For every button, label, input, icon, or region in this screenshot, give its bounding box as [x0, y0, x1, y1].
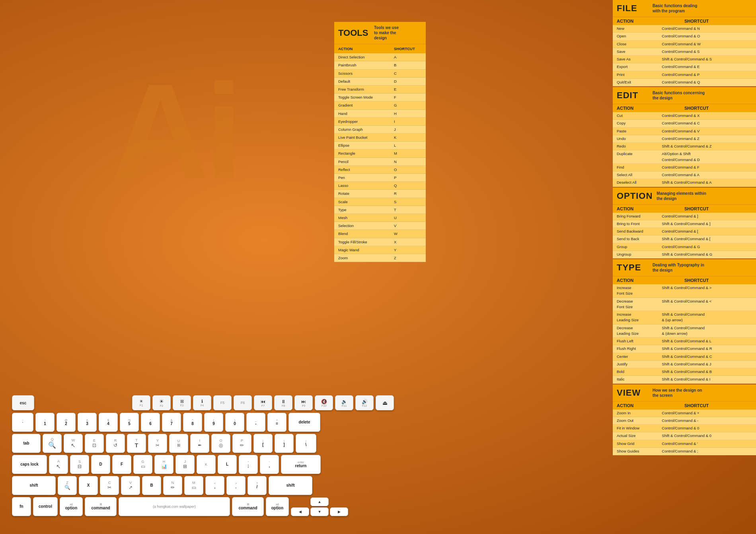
key-alt-r[interactable]: alt option [266, 497, 289, 516]
table-row: Undo Control/Command & Z [613, 135, 756, 143]
key-0[interactable]: ) 0 [225, 413, 244, 432]
key-8[interactable]: * 8 [183, 413, 202, 432]
key-j[interactable]: J ⊞ [175, 455, 195, 474]
key-arrow-left[interactable]: ◀ [291, 507, 309, 516]
key-n[interactable]: N ✏ [163, 476, 182, 495]
key-k[interactable]: K [197, 455, 216, 474]
cell-shortcut: Shift & Control/Command & G [662, 252, 752, 257]
key-f6[interactable]: F6 [234, 395, 252, 410]
key-f2[interactable]: ☀ F2 [152, 395, 171, 410]
key-y[interactable]: Y ✂ [148, 434, 167, 453]
key-comma[interactable]: < , [205, 476, 224, 495]
key-o[interactable]: O ◎ [211, 434, 230, 453]
key-w[interactable]: W ↖ [64, 434, 83, 453]
key-f5[interactable]: F5 [213, 395, 232, 410]
cell-shortcut: Shift & Control/Command & I [662, 377, 752, 382]
key-6[interactable]: ^ 6 [141, 413, 160, 432]
key-period[interactable]: > . [226, 476, 246, 495]
key-p[interactable]: P ✏ [232, 434, 251, 453]
key-c[interactable]: C ✂ [100, 476, 119, 495]
key-7[interactable]: & 7 [162, 413, 181, 432]
key-h[interactable]: H 📊 [154, 455, 173, 474]
key-command-r[interactable]: ⌘ command [232, 497, 264, 516]
key-control[interactable]: control [33, 497, 58, 516]
key-l[interactable]: L [218, 455, 237, 474]
key-e[interactable]: E ⊡ [85, 434, 104, 453]
key-d[interactable]: D [91, 455, 110, 474]
cell-action: Bring to Front [617, 221, 662, 227]
key-equals[interactable]: + = [267, 413, 286, 432]
key-eject[interactable]: ⏏ [376, 395, 394, 410]
key-q[interactable]: Q 🔍 [43, 434, 62, 453]
key-m[interactable]: M ▭ [184, 476, 203, 495]
cell-shortcut: Shift & Control/Command & 0 [662, 433, 752, 439]
key-space[interactable]: (a hongkiat.com wallpaper) [119, 497, 230, 516]
cell-action: Italic [617, 377, 662, 382]
key-b[interactable]: B [142, 476, 161, 495]
tools-table-row: Ellipse L [334, 142, 426, 150]
key-f11[interactable]: 🔉 F11 [335, 395, 353, 410]
key-r[interactable]: R ↺ [106, 434, 125, 453]
key-f7[interactable]: ⏮ F7 [254, 395, 272, 410]
key-arrow-up[interactable]: ▲ [310, 497, 329, 506]
cell-shortcut: Control/Command & - [662, 418, 752, 423]
key-i[interactable]: I ✒ [190, 434, 209, 453]
key-2[interactable]: @ 2 [57, 413, 76, 432]
key-lbracket[interactable]: { [ [253, 434, 273, 453]
key-f4[interactable]: ℹ F4 [193, 395, 211, 410]
key-delete[interactable]: delete [288, 413, 320, 432]
tools-col2: SHORTCUT [394, 46, 422, 52]
key-slash[interactable]: ? / [247, 476, 267, 495]
tools-table-row: Scale S [334, 198, 426, 206]
key-4[interactable]: $ 4 [99, 413, 118, 432]
key-f1[interactable]: ☀ F1 [132, 395, 150, 410]
key-capslock[interactable]: caps lock [12, 455, 47, 474]
key-9[interactable]: ( 9 [204, 413, 223, 432]
key-alt-l[interactable]: alt option [60, 497, 83, 516]
key-tilde[interactable]: ~ ` [12, 413, 33, 432]
key-v[interactable]: V ↗ [121, 476, 140, 495]
cell-shortcut: Shift & Control/Command & [ [662, 236, 752, 242]
key-u[interactable]: U ⊞ [169, 434, 188, 453]
key-tab[interactable]: tab [12, 434, 41, 453]
key-shift-r[interactable]: shift [269, 476, 312, 495]
tools-table-row: Rotate R [334, 190, 426, 198]
key-command-l[interactable]: ⌘ command [85, 497, 117, 516]
key-x[interactable]: X [79, 476, 98, 495]
key-shift-l[interactable]: shift [12, 476, 56, 495]
key-backslash[interactable]: | \ [296, 434, 316, 453]
key-f3-label: F3 [180, 404, 183, 407]
table-row: Find Control/Command & F [613, 164, 756, 171]
key-quote[interactable]: ' , [260, 455, 279, 474]
key-3[interactable]: # 3 [78, 413, 97, 432]
key-f8[interactable]: ⏸ F8 [274, 395, 292, 410]
key-5[interactable]: % 5 [120, 413, 139, 432]
table-row: Italic Shift & Control/Command & I [613, 376, 756, 383]
key-f3[interactable]: ⊞ F3 [173, 395, 191, 410]
table-row: Export Control/Command & E [613, 63, 756, 71]
cell-shortcut: Control/Command & ; [662, 449, 752, 454]
key-t[interactable]: T T [127, 434, 146, 453]
key-f10[interactable]: 🔇 F10 [315, 395, 333, 410]
key-arrow-right[interactable]: ▶ [330, 507, 348, 516]
file-col-headers: ACTION SHORTCUT [613, 17, 756, 25]
cell-shortcut: Control/Command & X [662, 113, 752, 118]
key-f12[interactable]: 🔊 F12 [355, 395, 374, 410]
key-semicolon[interactable]: " ; [239, 455, 258, 474]
key-1[interactable]: ! 1 [35, 413, 55, 432]
key-arrow-down[interactable]: ▼ [310, 507, 329, 516]
key-f[interactable]: F [112, 455, 131, 474]
key-g[interactable]: G ▭ [133, 455, 152, 474]
cell-action: Bring Forward [617, 214, 662, 219]
key-rbracket[interactable]: } ] [275, 434, 294, 453]
key-minus[interactable]: _ - [246, 413, 265, 432]
key-s[interactable]: S ⊟ [70, 455, 89, 474]
cell-action: Duplicate [617, 151, 662, 163]
key-enter[interactable]: enter return [281, 455, 321, 474]
file-header: FILE Basic functions dealingwith the pro… [613, 0, 756, 17]
key-f9[interactable]: ⏭ F9 [294, 395, 313, 410]
key-fn[interactable]: fn [12, 497, 31, 516]
key-esc[interactable]: esc [12, 395, 34, 410]
key-z[interactable]: Z 🔍 [58, 476, 77, 495]
key-a[interactable]: A ↖ [49, 455, 68, 474]
